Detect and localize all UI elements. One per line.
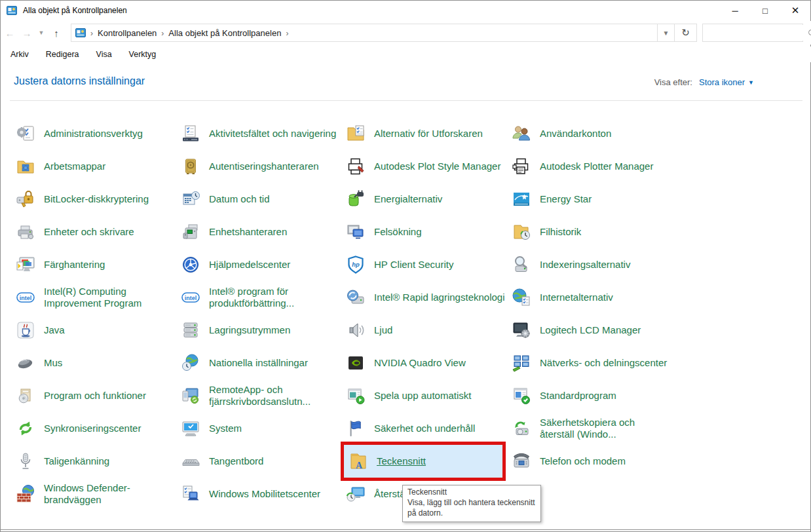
minimize-button[interactable]: ─ [720, 1, 750, 20]
phone-icon [511, 451, 532, 472]
control-panel-item-security[interactable]: Säkerhet och underhåll [344, 412, 508, 445]
control-panel-item-power[interactable]: Energialternativ [344, 183, 508, 216]
menu-item-redigera[interactable]: Redigera [46, 50, 79, 59]
control-panel-item-explorer-options[interactable]: Alternativ för Utforskaren [344, 117, 508, 150]
address-dropdown-button[interactable]: ▼ [658, 24, 675, 42]
control-panel-item-programs[interactable]: Program och funktioner [14, 379, 178, 412]
item-label: Spela upp automatiskt [374, 390, 471, 402]
item-label: BitLocker-diskkryptering [44, 193, 149, 205]
control-panel-item-backup[interactable]: Säkerhetskopiera och återställ (Windo... [510, 412, 673, 445]
control-panel-item-taskbar[interactable]: Aktivitetsfältet och navigering [179, 117, 343, 150]
search-input[interactable] [703, 25, 808, 41]
control-panel-item-region[interactable]: Nationella inställningar [179, 347, 343, 379]
view-by-label: Visa efter: [654, 77, 692, 87]
control-panel-item-indexing[interactable]: Indexeringsalternativ [510, 248, 673, 281]
control-panel-item-autoplay[interactable]: Spela upp automatiskt [344, 379, 508, 412]
control-panel-item-internet[interactable]: Internetalternativ [510, 281, 673, 314]
item-label: Enheter och skrivare [44, 226, 134, 238]
forward-button[interactable]: → [18, 28, 35, 39]
item-label: Felsökning [374, 226, 422, 238]
control-panel-item-work-folders[interactable]: Arbetsmappar [14, 150, 178, 183]
bitlocker-icon [15, 189, 36, 210]
control-panel-item-file-history[interactable]: Filhistorik [510, 216, 673, 248]
region-icon [180, 352, 201, 373]
svg-text:A: A [356, 461, 363, 470]
control-panel-item-remote[interactable]: RemoteApp- och fjärrskrivbordsanslutn... [179, 379, 343, 412]
item-label: Internetalternativ [540, 292, 613, 303]
control-panel-item-network[interactable]: Nätverks- och delningscenter [510, 347, 673, 379]
datetime-icon [180, 189, 201, 210]
history-chevron-icon[interactable]: ▼ [35, 29, 47, 36]
plot-style-icon [345, 156, 366, 177]
refresh-button[interactable]: ↻ [675, 24, 697, 42]
control-panel-item-intel[interactable]: intelIntel® program för produktförbättri… [179, 281, 343, 314]
control-panel-item-admin[interactable]: Administrationsverktyg [14, 117, 178, 150]
control-panel-item-device-manager[interactable]: Enhetshanteraren [179, 216, 343, 248]
item-label: Intel® Rapid lagringsteknologi [374, 292, 505, 303]
up-button[interactable]: ↑ [47, 28, 66, 39]
control-panel-item-devices-printers[interactable]: Enheter och skrivare [14, 216, 178, 248]
window-title: Alla objekt på Kontrollpanelen [23, 6, 127, 15]
control-panel-item-intel[interactable]: intelIntel(R) Computing Improvement Prog… [14, 281, 178, 314]
control-panel-item-fonts[interactable]: ATeckensnitt [344, 445, 502, 478]
breadcrumb-item[interactable]: Kontrollpanelen [95, 28, 159, 38]
control-panel-icon [7, 5, 17, 16]
control-panel-item-color-mgmt[interactable]: Färghantering [14, 248, 178, 281]
control-panel-item-rapid-storage[interactable]: Intel® Rapid lagringsteknologi [344, 281, 508, 314]
item-label: Lagringsutrymmen [209, 324, 290, 336]
control-panel-item-ease-of-access[interactable]: Hjälpmedelscenter [179, 248, 343, 281]
control-panel-item-java[interactable]: Java [14, 314, 178, 347]
control-panel-item-nvidia[interactable]: NVIDIA Quadro View [344, 347, 508, 379]
control-panel-item-datetime[interactable]: Datum och tid [179, 183, 343, 216]
control-panel-item-mouse[interactable]: Mus [14, 347, 178, 379]
item-label: Alternativ för Utforskaren [374, 128, 483, 140]
control-panel-item-bitlocker[interactable]: BitLocker-diskkryptering [14, 183, 178, 216]
explorer-options-icon [345, 123, 366, 144]
sync-icon [15, 418, 36, 439]
control-panel-breadcrumb-icon [75, 28, 86, 38]
control-panel-item-default-programs[interactable]: Standardprogram [510, 379, 673, 412]
menu-item-arkiv[interactable]: Arkiv [10, 50, 29, 59]
hp-icon: hp [345, 254, 366, 275]
internet-icon [511, 287, 532, 308]
svg-text:intel: intel [20, 295, 32, 301]
menu-item-visa[interactable]: Visa [96, 50, 112, 59]
control-panel-item-speech[interactable]: Taligenkänning [14, 445, 178, 478]
control-panel-item-sound[interactable]: Ljud [344, 314, 508, 347]
menu-bar: ArkivRedigeraVisaVerktyg [1, 47, 811, 62]
address-field[interactable]: ›Kontrollpanelen›Alla objekt på Kontroll… [71, 24, 658, 42]
view-by-value[interactable]: Stora ikoner [699, 77, 745, 87]
control-panel-item-energy-star[interactable]: Energy Star [510, 183, 673, 216]
view-by-dropdown-icon[interactable]: ▼ [748, 79, 754, 86]
control-panel-item-system[interactable]: System [179, 412, 343, 445]
control-panel-item-keyboard[interactable]: Tangentbord [179, 445, 343, 478]
control-panel-item-plotter[interactable]: Autodesk Plotter Manager [510, 150, 673, 183]
control-panel-item-hp[interactable]: hpHP Client Security [344, 248, 508, 281]
breadcrumb-item[interactable]: Alla objekt på Kontrollpanelen [166, 28, 284, 38]
control-panel-item-logitech[interactable]: Logitech LCD Manager [510, 314, 673, 347]
java-icon [15, 320, 36, 341]
remote-icon [180, 385, 201, 406]
control-panel-item-credential[interactable]: Autentiseringshanteraren [179, 150, 343, 183]
control-panel-item-users[interactable]: Användarkonton [510, 117, 673, 150]
control-panel-item-firewall[interactable]: Windows Defender-brandväggen [14, 478, 178, 510]
item-label: Autentiseringshanteraren [209, 161, 319, 172]
item-label: Administrationsverktyg [44, 128, 143, 140]
item-label: Användarkonton [540, 128, 611, 140]
security-icon [345, 418, 366, 439]
control-panel-item-plot-style[interactable]: Autodesk Plot Style Manager [344, 150, 508, 183]
item-label: Säkerhet och underhåll [374, 423, 475, 434]
control-panel-item-sync[interactable]: Synkroniseringscenter [14, 412, 178, 445]
view-by-control: Visa efter: Stora ikoner ▼ [654, 77, 754, 87]
control-panel-item-phone[interactable]: Telefon och modem [510, 445, 673, 478]
back-button[interactable]: ← [1, 28, 18, 39]
close-button[interactable]: ✕ [780, 1, 810, 20]
control-panel-item-mobility[interactable]: Windows Mobilitetscenter [179, 478, 343, 510]
keyboard-icon [180, 451, 201, 472]
menu-item-verktyg[interactable]: Verktyg [129, 50, 157, 59]
control-panel-item-troubleshoot[interactable]: Felsökning [344, 216, 508, 248]
item-label: Standardprogram [540, 390, 616, 402]
control-panel-item-storage-spaces[interactable]: Lagringsutrymmen [179, 314, 343, 347]
item-label: Arbetsmappar [44, 161, 105, 172]
maximize-button[interactable]: □ [750, 1, 780, 20]
